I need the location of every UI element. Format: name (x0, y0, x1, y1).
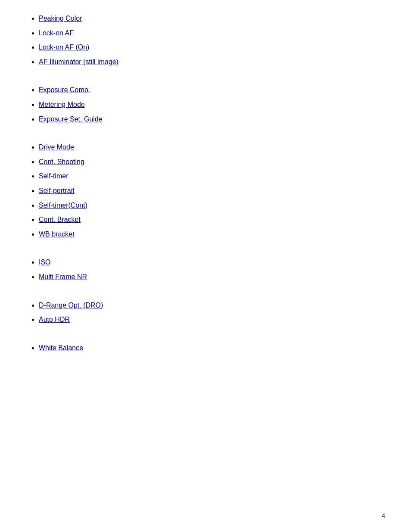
list-iso-section: ISOMulti Frame NR (26, 257, 385, 282)
link-self-timer-cont[interactable]: Self-timer(Cont) (39, 202, 87, 209)
section-drive-section: Drive ModeCont. ShootingSelf-timerSelf-p… (26, 142, 385, 240)
section-focus-section: Peaking ColorLock-on AFLock-on AF (On)AF… (26, 13, 385, 67)
link-multi-frame-nr[interactable]: Multi Frame NR (39, 273, 87, 280)
list-item: Drive Mode (39, 142, 385, 153)
page-content: Peaking ColorLock-on AFLock-on AF (On)AF… (0, 0, 411, 396)
list-item: AF Illuminator (still image) (39, 56, 385, 68)
link-exposure-comp[interactable]: Exposure Comp. (39, 86, 90, 93)
list-item: White Balance (39, 342, 385, 354)
list-item: Self-portrait (39, 185, 385, 196)
section-exposure-section: Exposure Comp.Metering ModeExposure Set.… (26, 84, 385, 124)
list-drive-section: Drive ModeCont. ShootingSelf-timerSelf-p… (26, 142, 385, 240)
link-self-timer[interactable]: Self-timer (39, 172, 68, 180)
link-cont-bracket[interactable]: Cont. Bracket (39, 216, 81, 223)
list-exposure-section: Exposure Comp.Metering ModeExposure Set.… (26, 84, 385, 124)
list-item: Lock-on AF (On) (39, 42, 385, 53)
section-drange-section: D-Range Opt. (DRO)Auto HDR (26, 300, 385, 325)
list-item: Self-timer (39, 171, 385, 182)
link-self-portrait[interactable]: Self-portrait (39, 187, 75, 194)
link-cont-shooting[interactable]: Cont. Shooting (39, 158, 84, 165)
list-item: Peaking Color (39, 13, 385, 24)
link-white-balance[interactable]: White Balance (39, 344, 83, 352)
list-item: Cont. Bracket (39, 214, 385, 225)
link-peaking-color[interactable]: Peaking Color (39, 15, 82, 22)
link-drive-mode[interactable]: Drive Mode (39, 143, 74, 151)
link-metering-mode[interactable]: Metering Mode (39, 101, 85, 108)
list-item: Auto HDR (39, 314, 385, 325)
list-item: ISO (39, 257, 385, 268)
link-auto-hdr[interactable]: Auto HDR (39, 316, 70, 323)
link-lock-on-af-on[interactable]: Lock-on AF (On) (39, 44, 89, 51)
list-drange-section: D-Range Opt. (DRO)Auto HDR (26, 300, 385, 325)
link-iso[interactable]: ISO (39, 258, 51, 266)
list-item: Lock-on AF (39, 28, 385, 39)
list-item: Cont. Shooting (39, 156, 385, 168)
list-item: WB bracket (39, 229, 385, 240)
list-item: Exposure Set. Guide (39, 114, 385, 125)
link-af-illuminator[interactable]: AF Illuminator (still image) (39, 58, 118, 65)
list-item: D-Range Opt. (DRO) (39, 300, 385, 311)
list-wb-section: White Balance (26, 342, 385, 354)
link-wb-bracket[interactable]: WB bracket (39, 230, 75, 238)
page-number: 4 (382, 512, 385, 519)
link-d-range-opt[interactable]: D-Range Opt. (DRO) (39, 302, 103, 309)
list-item: Self-timer(Cont) (39, 200, 385, 211)
list-focus-section: Peaking ColorLock-on AFLock-on AF (On)AF… (26, 13, 385, 67)
link-exposure-set-guide[interactable]: Exposure Set. Guide (39, 115, 103, 123)
list-item: Metering Mode (39, 99, 385, 110)
list-item: Exposure Comp. (39, 84, 385, 96)
list-item: Multi Frame NR (39, 271, 385, 283)
link-lock-on-af[interactable]: Lock-on AF (39, 29, 74, 37)
section-iso-section: ISOMulti Frame NR (26, 257, 385, 282)
section-wb-section: White Balance (26, 342, 385, 354)
